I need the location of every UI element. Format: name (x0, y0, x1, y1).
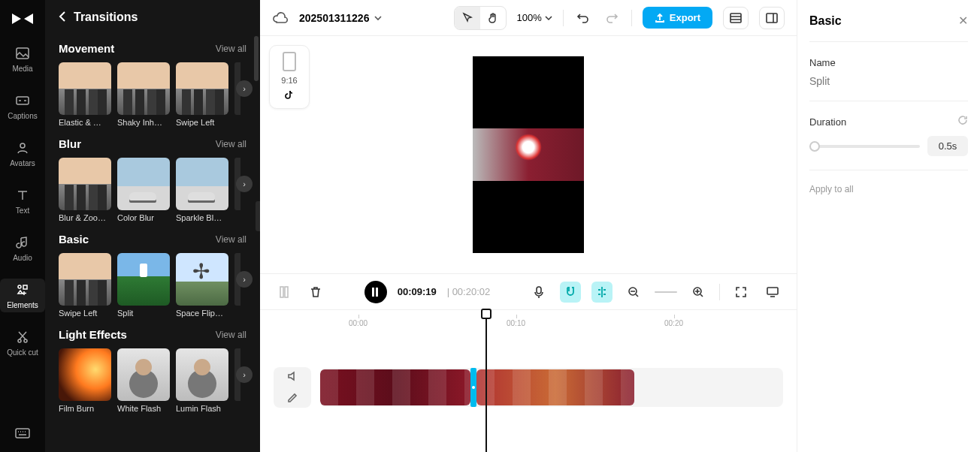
svg-rect-15 (767, 288, 778, 294)
divider (809, 41, 968, 42)
zoom-slider[interactable] (655, 291, 677, 293)
rail-label: Audio (13, 254, 32, 262)
aspect-ratio-text: 9:16 (281, 76, 297, 85)
rail-audio[interactable]: Audio (0, 231, 45, 265)
transition-marker[interactable] (470, 368, 476, 407)
align-button[interactable] (591, 282, 612, 303)
play-pause-button[interactable] (364, 281, 387, 303)
transition-item[interactable]: Color Blur (117, 158, 170, 222)
thumb-label: Swipe Left (176, 118, 228, 127)
video-track (274, 361, 783, 414)
clip[interactable] (476, 369, 634, 405)
mic-button[interactable] (528, 282, 549, 303)
zoom-out-button[interactable] (623, 282, 644, 303)
duration-label: Duration (809, 116, 846, 128)
rail-quick-cut[interactable]: Quick cut (0, 326, 45, 360)
zoom-in-button[interactable] (688, 282, 709, 303)
back-button[interactable] (59, 11, 66, 24)
transition-item[interactable]: Elastic & … (59, 62, 111, 127)
editor-main: 202501311226 100% Export 9:16 (260, 0, 797, 452)
app-logo[interactable] (9, 9, 36, 29)
svg-point-5 (18, 339, 21, 342)
transition-item[interactable]: Swipe Left (176, 62, 228, 127)
category-movement: MovementView all Elastic & … Shaky Inh… … (45, 32, 260, 127)
thumb-image (176, 158, 228, 210)
preview-area: 9:16 (260, 36, 797, 273)
thumb-image (176, 348, 228, 401)
media-icon (14, 45, 31, 62)
ruler-tick: 00:10 (507, 319, 525, 327)
track-audio-toggle[interactable] (286, 370, 298, 385)
export-icon (655, 13, 665, 23)
select-tool[interactable] (455, 7, 480, 29)
cloud-sync-icon[interactable] (272, 11, 289, 25)
transition-item[interactable]: White Flash (117, 348, 170, 413)
view-all-link[interactable]: View all (216, 139, 247, 149)
scroll-right-button[interactable]: › (236, 80, 253, 97)
track-edit-toggle[interactable] (286, 390, 298, 405)
scroll-right-button[interactable]: › (236, 176, 253, 192)
thumb-label: Film Burn (59, 404, 111, 413)
rail-label: Text (16, 206, 29, 215)
timeline[interactable]: 00:00 00:10 00:20 (260, 309, 797, 452)
panels-button[interactable] (759, 7, 785, 29)
transition-item[interactable]: Shaky Inh… (117, 62, 170, 127)
rail-text[interactable]: Text (0, 184, 45, 218)
duration-slider[interactable] (809, 145, 920, 148)
thumb-label: Blur & Zoo… (59, 213, 111, 222)
rail-avatars[interactable]: Avatars (0, 137, 45, 170)
undo-button[interactable] (574, 9, 592, 27)
rail-keyboard[interactable] (0, 422, 45, 444)
rail-media[interactable]: Media (0, 42, 45, 76)
view-all-link[interactable]: View all (216, 44, 247, 54)
project-name-dropdown[interactable]: 202501311226 (299, 12, 383, 24)
preview-canvas[interactable] (473, 56, 584, 253)
export-button[interactable]: Export (643, 7, 712, 29)
present-button[interactable] (762, 282, 783, 303)
name-label: Name (809, 57, 836, 68)
playhead[interactable] (485, 310, 487, 452)
view-all-link[interactable]: View all (216, 330, 247, 340)
redo-button[interactable] (603, 9, 621, 27)
zoom-dropdown[interactable]: 100% (517, 12, 552, 23)
aspect-ratio-card[interactable]: 9:16 (269, 45, 310, 109)
thumb-image (117, 62, 170, 115)
duration-value[interactable]: 0.5s (927, 136, 968, 156)
transition-item[interactable]: Lumin Flash (176, 348, 228, 413)
view-all-link[interactable]: View all (216, 234, 247, 245)
transition-item[interactable]: Blur & Zoo… (59, 158, 111, 222)
layout-button[interactable] (723, 7, 749, 29)
project-name: 202501311226 (299, 12, 369, 24)
transition-item[interactable]: Sparkle Bl… (176, 158, 228, 222)
rail-captions[interactable]: Captions (0, 89, 45, 123)
audio-icon (14, 234, 31, 251)
divider (809, 101, 968, 101)
transition-item[interactable]: Swipe Left (59, 253, 111, 318)
reset-duration-button[interactable] (957, 115, 968, 128)
timeline-ruler[interactable]: 00:00 00:10 00:20 (274, 313, 783, 340)
clip[interactable] (320, 369, 470, 405)
rail-label: Media (12, 65, 32, 73)
scroll-right-button[interactable]: › (236, 366, 253, 383)
transition-item[interactable]: Film Burn (59, 348, 111, 413)
hand-tool[interactable] (480, 7, 506, 29)
thumb-label: Elastic & … (59, 118, 111, 127)
split-button[interactable] (274, 282, 295, 303)
slider-knob[interactable] (809, 141, 820, 152)
thumb-label: Swipe Left (59, 309, 111, 318)
magnet-button[interactable] (560, 282, 581, 303)
transition-item[interactable]: Split (117, 253, 170, 318)
svg-rect-9 (767, 14, 777, 23)
divider (631, 10, 632, 26)
current-time: 00:09:19 (398, 286, 437, 297)
sidebar-scrollbar[interactable] (254, 33, 259, 449)
delete-button[interactable] (305, 282, 326, 303)
rail-elements[interactable]: Elements (0, 279, 45, 312)
rail-label: Elements (7, 301, 38, 309)
close-panel-button[interactable]: ✕ (958, 14, 968, 28)
scroll-right-button[interactable]: › (236, 271, 253, 288)
fit-button[interactable] (730, 282, 752, 303)
apply-to-all-link[interactable]: Apply to all (809, 184, 968, 194)
transition-item[interactable]: Space Flip… (176, 253, 228, 318)
track-strip[interactable] (320, 368, 783, 407)
